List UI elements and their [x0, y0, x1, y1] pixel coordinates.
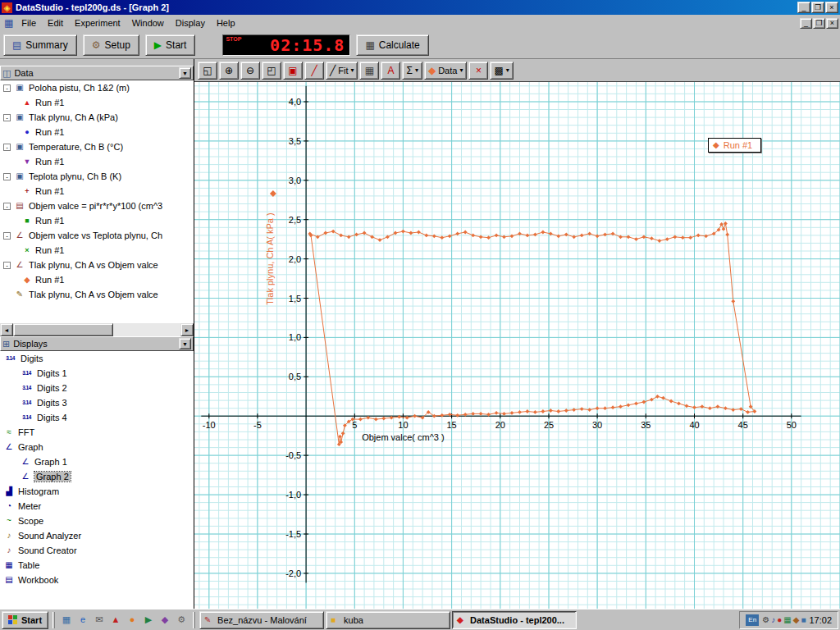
quicklaunch-icon-5[interactable]: ● — [125, 613, 139, 628]
data-item-row[interactable]: -▣Poloha pistu, Ch 1&2 (m) — [0, 80, 194, 95]
delete-button[interactable]: × — [468, 62, 488, 80]
quicklaunch-icon-7[interactable]: ◆ — [158, 613, 172, 628]
collapse-icon[interactable]: - — [3, 173, 11, 180]
scale-to-fit-button[interactable]: ◱ — [198, 62, 217, 80]
tray-icon-6[interactable]: ■ — [801, 616, 806, 624]
tray-icon-2[interactable]: ♪ — [771, 616, 775, 624]
child-close-button[interactable]: × — [826, 18, 838, 29]
task-button-1[interactable]: ✎Bez_názvu - Malování — [199, 611, 324, 629]
display-item-row[interactable]: ∠Graph — [0, 440, 194, 454]
taskbar-start-button[interactable]: Start — [2, 611, 48, 629]
collapse-icon[interactable]: - — [3, 203, 11, 210]
task-label: DataStudio - tepl200... — [470, 615, 564, 625]
fit-menu-button[interactable]: ╱Fit▾ — [326, 62, 358, 80]
display-item-row[interactable]: ◔Meter — [0, 499, 194, 514]
quicklaunch-icon-3[interactable]: ✉ — [92, 613, 107, 628]
display-item-row[interactable]: 3.14Digits — [0, 351, 194, 366]
menu-edit[interactable]: Edit — [42, 16, 69, 30]
zoom-select-icon: ◰ — [267, 66, 276, 75]
data-menu-button[interactable]: ◆Data▾ — [424, 62, 468, 80]
task-button-3[interactable]: ◆DataStudio - tepl200... — [452, 611, 577, 629]
scroll-track[interactable] — [13, 323, 180, 336]
start-button[interactable]: ▶ Start — [145, 34, 196, 56]
run-row[interactable]: ▲Run #1 — [0, 95, 194, 110]
displays-panel-menu-button[interactable]: ▼ — [179, 338, 191, 349]
run-row[interactable]: ●Run #1 — [0, 125, 194, 139]
child-minimize-button[interactable]: _ — [800, 18, 812, 29]
collapse-icon[interactable]: - — [3, 232, 11, 240]
collapse-icon[interactable]: - — [3, 114, 11, 121]
scroll-thumb[interactable] — [13, 323, 113, 336]
smart-tool-button[interactable]: ▣ — [283, 62, 303, 80]
run-row[interactable]: +Run #1 — [0, 184, 194, 199]
clock[interactable]: 17:02 — [809, 615, 832, 625]
zoom-in-button[interactable]: ⊕ — [219, 62, 239, 80]
scroll-left-button[interactable]: ◄ — [0, 323, 13, 336]
run-row[interactable]: ▼Run #1 — [0, 154, 194, 169]
data-item-row[interactable]: ✎Tlak plynu, Ch A vs Objem valce — [0, 287, 194, 302]
collapse-icon[interactable]: - — [3, 262, 11, 269]
collapse-icon[interactable]: - — [3, 144, 11, 151]
menu-window[interactable]: Window — [126, 16, 170, 30]
data-panel-menu-button[interactable]: ▼ — [179, 67, 191, 79]
display-item-row[interactable]: ~Scope — [0, 514, 194, 528]
run-row[interactable]: ■Run #1 — [0, 213, 194, 228]
data-item-row[interactable]: -▣Tlak plynu, Ch A (kPa) — [0, 110, 194, 125]
quicklaunch-icon-1[interactable]: ▦ — [59, 613, 74, 628]
data-item-row[interactable]: -▣Temperature, Ch B (°C) — [0, 139, 194, 154]
graph-settings-button[interactable]: ▩▾ — [490, 62, 513, 80]
data-item-row[interactable]: -▣Teplota plynu, Ch B (K) — [0, 169, 194, 184]
display-item-row[interactable]: ▦Table — [0, 558, 194, 573]
calculate-button[interactable]: ▦ Calculate — [356, 34, 428, 56]
plot-area[interactable]: -10-551015202530354045504,03,53,02,52,01… — [194, 82, 840, 609]
task-button-2[interactable]: ■kuba — [326, 611, 450, 629]
display-item-row[interactable]: 3.14Digits 2 — [0, 381, 194, 395]
child-restore-button[interactable]: ❐ — [813, 18, 825, 29]
display-item-row[interactable]: ∠Graph 1 — [0, 454, 194, 469]
display-item-row[interactable]: ≈FFT — [0, 425, 194, 440]
scroll-right-button[interactable]: ► — [180, 323, 194, 336]
display-item-row[interactable]: ♪Sound Analyzer — [0, 528, 194, 543]
language-indicator[interactable]: En — [746, 614, 759, 626]
display-item-row[interactable]: ▟Histogram — [0, 484, 194, 499]
restore-button[interactable]: ❐ — [811, 2, 824, 13]
minimize-button[interactable]: _ — [797, 2, 810, 13]
display-item-row[interactable]: ▤Workbook — [0, 573, 194, 587]
summary-button[interactable]: ▤ Summary — [3, 34, 77, 56]
quicklaunch-icon-2[interactable]: e — [75, 613, 90, 628]
quicklaunch-icon-4[interactable]: ▲ — [108, 613, 123, 628]
menu-experiment[interactable]: Experiment — [69, 16, 126, 30]
legend[interactable]: ◆ Run #1 — [708, 138, 761, 153]
data-item-row[interactable]: -▤Objem valce = pi*r*r*y*100 (cm^3 — [0, 199, 194, 213]
tray-icon-3[interactable]: ● — [777, 616, 782, 624]
slope-tool-button[interactable]: ╱ — [304, 62, 324, 80]
zoom-select-button[interactable]: ◰ — [262, 62, 281, 80]
text-annotation-button[interactable]: A — [381, 62, 400, 80]
quicklaunch-icon-8[interactable]: ⚙ — [174, 613, 189, 628]
app-icon[interactable]: ◈ — [2, 2, 12, 13]
statistics-menu-button[interactable]: Σ▾ — [402, 62, 422, 80]
run-row[interactable]: ×Run #1 — [0, 243, 194, 258]
close-button[interactable]: × — [825, 2, 838, 13]
tray-icon-5[interactable]: ◆ — [793, 616, 800, 624]
zoom-out-button[interactable]: ⊖ — [240, 62, 260, 80]
display-item-row[interactable]: 3.14Digits 4 — [0, 410, 194, 425]
tray-icon-4[interactable]: ▦ — [783, 616, 791, 624]
menu-help[interactable]: Help — [211, 16, 241, 30]
display-item-row[interactable]: 3.14Digits 3 — [0, 395, 194, 410]
document-icon[interactable]: ▦ — [4, 17, 13, 29]
setup-button[interactable]: ⚙ Setup — [83, 34, 139, 56]
display-item-row[interactable]: 3.14Digits 1 — [0, 366, 194, 381]
run-row[interactable]: ◆Run #1 — [0, 272, 194, 287]
quicklaunch-icon-6[interactable]: ▶ — [141, 613, 156, 628]
collapse-icon[interactable]: - — [3, 84, 11, 92]
display-item-row[interactable]: ♪Sound Creator — [0, 543, 194, 558]
data-item-row[interactable]: -∠Objem valce vs Teplota plynu, Ch — [0, 228, 194, 243]
tray-icon-1[interactable]: ⚙ — [762, 616, 769, 624]
display-item-row[interactable]: ∠Graph 2 — [0, 469, 194, 484]
pressure-volume-chart[interactable]: -10-551015202530354045504,03,53,02,52,01… — [194, 82, 840, 609]
calculator-button[interactable]: ▦ — [359, 62, 379, 80]
menu-display[interactable]: Display — [170, 16, 211, 30]
menu-file[interactable]: File — [16, 16, 42, 30]
data-item-row[interactable]: -∠Tlak plynu, Ch A vs Objem valce — [0, 258, 194, 272]
